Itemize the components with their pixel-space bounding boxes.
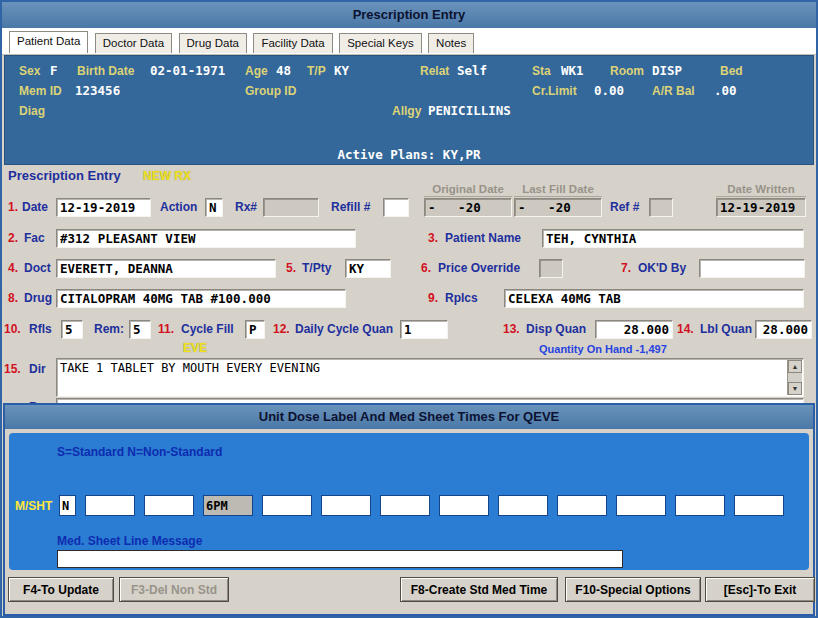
rplcs-field[interactable] xyxy=(504,289,804,308)
dialog-title: Unit Dose Label And Med Sheet Times For … xyxy=(259,409,560,424)
ar-bal-label: A/R Bal xyxy=(652,84,695,98)
tab-special-keys[interactable]: Special Keys xyxy=(339,33,421,53)
okd-by-number: 7. xyxy=(621,261,631,275)
cycle-fill-field[interactable] xyxy=(245,320,265,339)
fac-label: Fac xyxy=(24,231,45,245)
daily-cycle-quan-field[interactable] xyxy=(400,320,448,339)
tab-doctor-data[interactable]: Doctor Data xyxy=(95,33,172,53)
esc-exit-button[interactable]: [Esc]-To Exit xyxy=(705,577,815,602)
dir-number: 15. xyxy=(4,362,21,376)
sta-value: WK1 xyxy=(561,63,584,78)
patient-name-label: Patient Name xyxy=(445,231,521,245)
daily-cycle-quan-number: 12. xyxy=(273,322,290,336)
med-time-slot-3[interactable] xyxy=(203,495,253,516)
med-time-slot-12[interactable] xyxy=(734,495,784,516)
sex-label: Sex xyxy=(19,64,40,78)
active-plans: Active Plans: KY,PR xyxy=(5,147,813,162)
cycle-fill-number: 11. xyxy=(158,322,174,336)
refill-number-label: Refill # xyxy=(331,200,370,214)
standard-legend: S=Standard N=Non-Standard xyxy=(57,445,222,459)
price-override-field[interactable] xyxy=(539,259,563,278)
tab-strip: Patient Data Doctor Data Drug Data Facil… xyxy=(2,28,816,55)
disp-quan-number: 13. xyxy=(503,322,520,336)
drug-field[interactable] xyxy=(56,289,346,308)
doct-number: 4. xyxy=(8,261,18,275)
med-time-slot-1[interactable] xyxy=(85,495,135,516)
up-arrow-icon: ▲ xyxy=(792,363,799,370)
directions-scrollbar[interactable]: ▲ ▼ xyxy=(787,360,802,395)
last-fill-date-field[interactable] xyxy=(514,198,602,217)
med-sheet-times-dialog: Unit Dose Label And Med Sheet Times For … xyxy=(3,403,815,616)
tpty-field[interactable] xyxy=(345,259,391,278)
disp-quan-field[interactable] xyxy=(595,320,673,339)
med-time-slot-6[interactable] xyxy=(380,495,430,516)
date-field[interactable] xyxy=(56,198,151,217)
doctor-field[interactable] xyxy=(56,259,276,278)
med-time-slot-2[interactable] xyxy=(144,495,194,516)
window-title: Prescription Entry xyxy=(353,7,466,22)
med-time-slot-8[interactable] xyxy=(498,495,548,516)
age-label: Age xyxy=(245,64,268,78)
mem-id-value: 123456 xyxy=(75,83,120,98)
dir-scroll-down-button[interactable]: ▼ xyxy=(788,382,802,395)
med-time-slot-5[interactable] xyxy=(321,495,371,516)
refill-number-field[interactable] xyxy=(383,198,409,217)
price-override-label: Price Override xyxy=(438,261,520,275)
dialog-body: S=Standard N=Non-Standard M/SHT Med. She… xyxy=(9,433,809,570)
date-label: Date xyxy=(22,200,48,214)
tab-facility-data[interactable]: Facility Data xyxy=(253,33,332,53)
date-number: 1. xyxy=(8,200,18,214)
tpty-label: T/Pty xyxy=(302,261,331,275)
med-sheet-message-input[interactable] xyxy=(57,550,623,568)
okd-by-field[interactable] xyxy=(699,259,805,278)
rx-number-label: Rx# xyxy=(235,200,257,214)
refills-field[interactable] xyxy=(61,320,83,339)
tab-patient-data[interactable]: Patient Data xyxy=(9,31,88,53)
rx-number-field[interactable] xyxy=(263,198,319,217)
okd-by-label: OK'D By xyxy=(638,261,686,275)
room-label: Room xyxy=(610,64,644,78)
tab-notes[interactable]: Notes xyxy=(428,33,474,53)
f3-del-non-std-button[interactable]: F3-Del Non Std xyxy=(119,577,229,602)
action-label: Action xyxy=(160,200,197,214)
med-time-slot-4[interactable] xyxy=(262,495,312,516)
window-titlebar: Prescription Entry xyxy=(2,2,816,28)
patient-info-panel: Sex F Birth Date 02-01-1971 Age 48 T/P K… xyxy=(4,55,814,165)
med-time-slot-7[interactable] xyxy=(439,495,489,516)
directions-text: TAKE 1 TABLET BY MOUTH EVERY EVENING xyxy=(60,361,785,375)
med-time-slot-9[interactable] xyxy=(557,495,607,516)
lbl-quan-label: Lbl Quan xyxy=(700,322,752,336)
patient-name-number: 3. xyxy=(428,231,438,245)
last-fill-date-header: Last Fill Date xyxy=(514,183,602,197)
action-field[interactable] xyxy=(205,198,223,217)
disp-quan-label: Disp Quan xyxy=(526,322,586,336)
patient-name-field[interactable] xyxy=(542,229,804,248)
drug-number: 8. xyxy=(8,291,18,305)
original-date-field[interactable] xyxy=(424,198,512,217)
remaining-field[interactable] xyxy=(129,320,151,339)
price-override-number: 6. xyxy=(421,261,431,275)
f10-special-options-button[interactable]: F10-Special Options xyxy=(565,577,701,602)
cr-limit-label: Cr.Limit xyxy=(532,84,577,98)
new-rx-badge: NEW RX xyxy=(143,169,191,183)
rplcs-label: Rplcs xyxy=(445,291,478,305)
ref-number-field[interactable] xyxy=(649,198,673,217)
f8-create-std-med-time-button[interactable]: F8-Create Std Med Time xyxy=(400,577,558,602)
med-time-slot-11[interactable] xyxy=(675,495,725,516)
directions-field[interactable]: TAKE 1 TABLET BY MOUTH EVERY EVENING ▲ ▼ xyxy=(56,358,804,397)
med-time-slot-10[interactable] xyxy=(616,495,666,516)
facility-field[interactable] xyxy=(56,229,356,248)
f4-update-button[interactable]: F4-To Update xyxy=(8,577,114,602)
lbl-quan-number: 14. xyxy=(677,322,694,336)
dir-scroll-up-button[interactable]: ▲ xyxy=(788,360,802,373)
ref-number-label: Ref # xyxy=(610,200,639,214)
lbl-quan-field[interactable] xyxy=(755,320,812,339)
msht-field[interactable] xyxy=(59,495,76,516)
cr-limit-value: 0.00 xyxy=(594,83,624,98)
fac-number: 2. xyxy=(8,231,18,245)
tab-drug-data[interactable]: Drug Data xyxy=(179,33,247,53)
date-written-field[interactable] xyxy=(716,198,806,217)
sta-label: Sta xyxy=(532,64,551,78)
tp-label: T/P xyxy=(307,64,326,78)
section-title: Prescription Entry xyxy=(8,168,121,183)
